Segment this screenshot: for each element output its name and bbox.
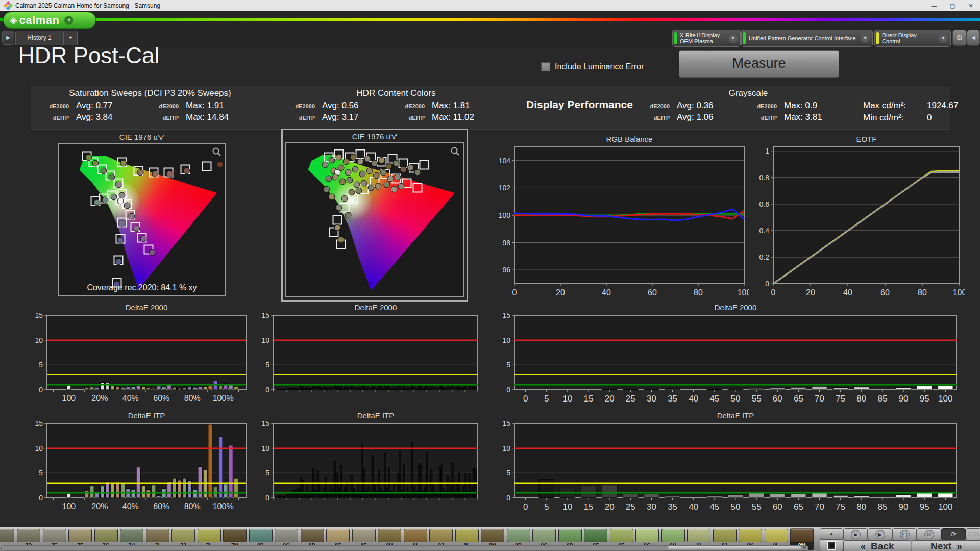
stop-button[interactable]: ■ <box>843 528 868 540</box>
pattern-window-button[interactable] <box>820 539 843 551</box>
svg-text:30: 30 <box>647 502 656 512</box>
cie-chart-saturation[interactable]: CIE 1976 u'v'Coverage rec.2020: 84.1 % x… <box>58 132 226 296</box>
svg-text:45: 45 <box>709 394 719 404</box>
measurement-dot <box>347 177 353 184</box>
svg-text:40: 40 <box>843 288 852 297</box>
svg-text:5: 5 <box>39 361 43 369</box>
svg-text:35: 35 <box>668 502 677 512</box>
svg-text:100: 100 <box>938 394 952 404</box>
measurement-dot <box>102 196 109 203</box>
chevron-down-icon[interactable]: ▼ <box>64 16 74 25</box>
cie-chart-hdr-colors[interactable]: CIE 1976 u'v' <box>281 129 468 302</box>
measurement-dot <box>366 168 373 174</box>
svg-text:65: 65 <box>794 394 803 404</box>
svg-text:90: 90 <box>899 502 909 512</box>
deltae2000-hdr-chart: DeltaE 2000051015 <box>255 302 483 405</box>
measurement-dot <box>120 160 127 167</box>
svg-text:80: 80 <box>918 288 927 297</box>
deltaeitp-grayscale-chart: DeltaE ITP051015051015202530354045505560… <box>496 410 962 513</box>
svg-text:0.4: 0.4 <box>760 227 770 235</box>
app-window: Calman 2025 Calman Home for Samsung - Sa… <box>0 0 980 551</box>
svg-text:5: 5 <box>544 394 549 404</box>
display-control-dropdown[interactable]: Direct Display Control ▼ <box>874 30 951 47</box>
calman-logo-text: calman <box>19 14 60 27</box>
interval-button[interactable]: [··] <box>892 528 917 540</box>
maximize-button[interactable]: ▢ <box>943 0 962 11</box>
scrollbar-thumb[interactable] <box>668 546 801 549</box>
svg-text:60: 60 <box>880 288 890 297</box>
svg-text:104: 104 <box>499 157 511 165</box>
chart-canvas: 05101510020%40%60%80%100% <box>29 421 251 513</box>
measurement-dot <box>357 159 364 165</box>
measurement-dot <box>92 160 99 167</box>
chevron-down-icon: ▼ <box>938 33 948 43</box>
svg-text:60: 60 <box>773 502 782 512</box>
scrollbar-right-arrow[interactable]: ▶ <box>802 546 807 549</box>
magnifier-icon[interactable] <box>212 147 222 157</box>
swatch-scrollbar[interactable]: ▶ <box>1 545 808 551</box>
measurement-dot <box>393 160 399 167</box>
measurement-dot <box>322 162 328 168</box>
minimize-button[interactable]: — <box>925 0 943 11</box>
measurement-dot <box>101 168 107 174</box>
svg-text:60: 60 <box>773 394 782 404</box>
svg-text:55: 55 <box>752 502 762 512</box>
meter-dropdown[interactable]: X-Rite i1Display OEM Plasma ▼ <box>672 30 741 47</box>
measurement-dot <box>414 169 421 176</box>
strip-up-button[interactable]: ▲ <box>820 528 843 539</box>
metric-value: Avg: 1.06 <box>677 112 714 122</box>
measure-button[interactable]: Measure <box>679 50 839 78</box>
refresh-button[interactable]: ⟳ <box>941 528 966 540</box>
measurement-dot <box>368 185 375 191</box>
include-luminance-checkbox[interactable] <box>541 62 550 71</box>
display-control-label: Direct Display Control <box>882 32 936 44</box>
svg-text:5: 5 <box>39 469 43 477</box>
refresh-icon: ⟳ <box>950 530 957 538</box>
chart-canvas: 051015 <box>255 421 483 513</box>
status-stripe <box>876 32 879 44</box>
svg-text:60%: 60% <box>153 394 169 403</box>
coverage-label: Coverage rec.2020: 84.1 % xy <box>59 283 225 292</box>
back-button[interactable]: « Back <box>843 540 911 551</box>
magnifier-icon[interactable] <box>450 146 460 157</box>
tab-scroll-button[interactable]: ▶ <box>2 31 14 45</box>
next-button[interactable]: Next » <box>912 540 980 551</box>
measurement-dot <box>334 224 340 231</box>
calman-logo-button[interactable]: ◈ calman ▼ <box>3 12 96 29</box>
svg-text:80%: 80% <box>184 394 201 403</box>
svg-text:70: 70 <box>815 502 824 512</box>
measurement-dot <box>118 220 125 227</box>
chart-canvas: 0510150510152025303540455055606570758085… <box>496 421 962 513</box>
svg-text:98: 98 <box>502 239 510 247</box>
chart-title: DeltaE 2000 <box>496 302 962 313</box>
metric-value: Max: 3.81 <box>784 112 822 122</box>
svg-text:85: 85 <box>877 394 887 404</box>
measurement-dot <box>407 165 413 171</box>
close-button[interactable]: ✕ <box>962 0 980 11</box>
play-icon: ▶ <box>875 530 885 539</box>
measurement-dot <box>332 174 339 181</box>
chart-canvas: 00.20.40.60.81020406080100 <box>752 145 965 299</box>
svg-text:5: 5 <box>544 502 549 512</box>
svg-text:25: 25 <box>626 502 635 512</box>
continuous-button[interactable]: ∞ <box>917 528 941 540</box>
min-luminance-label: Min cd/m²: <box>863 113 927 123</box>
collapse-panel-button[interactable]: ◀ <box>967 30 980 46</box>
metric-value: Avg: 0.36 <box>677 101 714 111</box>
metric-value: Max: 0.9 <box>784 101 817 111</box>
numbers-toggle-button[interactable]: 123 <box>966 528 980 540</box>
svg-text:96: 96 <box>502 266 510 274</box>
svg-text:10: 10 <box>502 444 510 453</box>
svg-text:80: 80 <box>694 288 703 297</box>
metric-label: dE2000 <box>40 103 69 109</box>
measurement-dot <box>134 225 140 232</box>
chart-title: DeltaE 2000 <box>255 302 483 313</box>
measurement-dot <box>117 237 124 244</box>
pattern-generator-dropdown[interactable]: Unified Pattern Generator Control Interf… <box>741 30 873 47</box>
deltaeitp-sweeps-chart: DeltaE ITP05101510020%40%60%80%100% <box>29 410 251 513</box>
measurement-dot <box>398 183 405 190</box>
svg-text:100: 100 <box>62 394 76 403</box>
settings-gear-button[interactable]: ⚙ <box>952 30 967 46</box>
play-button[interactable]: ▶ <box>868 528 892 540</box>
measurement-dot <box>85 154 92 161</box>
